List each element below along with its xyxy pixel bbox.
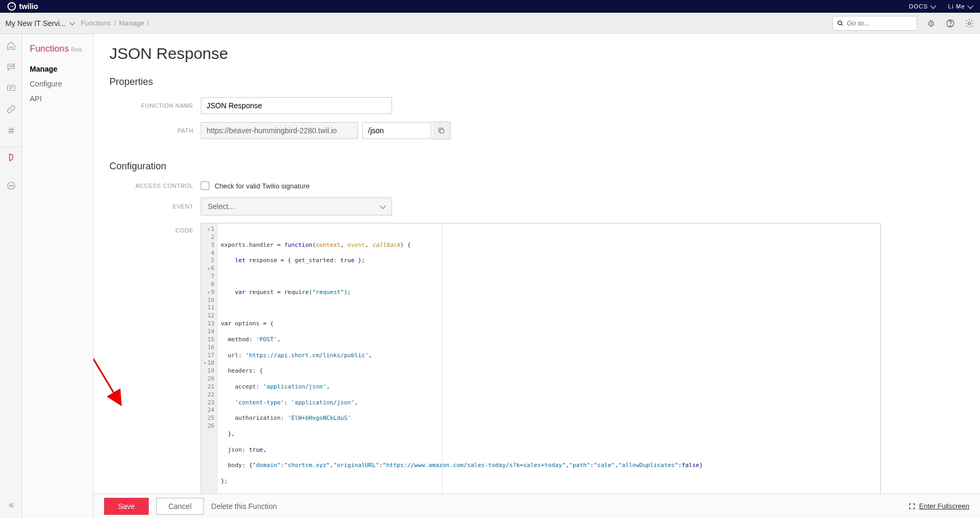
svg-line-8 [930, 20, 931, 21]
chevron-down-icon [930, 3, 936, 8]
code-editor[interactable]: ▾12345▾678▾91011121314151617▾18192021222… [201, 223, 881, 518]
settings-icon[interactable] [964, 18, 975, 29]
copy-button[interactable] [432, 122, 450, 140]
top-bar: twilio DOCS Li Me [0, 0, 980, 13]
sidebar-manage[interactable]: Manage [30, 65, 93, 73]
save-button[interactable]: Save [104, 498, 149, 515]
svg-line-1 [841, 24, 843, 25]
svg-point-11 [950, 25, 950, 25]
project-name: My New IT Servi... [5, 19, 66, 28]
svg-point-24 [9, 185, 10, 186]
event-label: EVENT [109, 203, 201, 210]
user-label: Li Me [948, 3, 965, 10]
footer-bar: Save Cancel Delete this Function Enter F… [93, 494, 980, 518]
svg-point-13 [10, 66, 11, 67]
svg-line-9 [932, 20, 933, 21]
search-icon [837, 20, 843, 27]
sidebar-title: Functions Beta [30, 44, 93, 54]
hash-icon[interactable] [6, 125, 16, 136]
search-input[interactable] [847, 19, 913, 27]
svg-point-12 [968, 22, 971, 24]
code-body[interactable]: exports.handler = function(context, even… [218, 223, 880, 518]
chat-icon[interactable] [6, 83, 16, 93]
access-control-label: ACCESS CONTROL [109, 183, 201, 189]
collapse-icon[interactable] [6, 500, 16, 511]
icon-rail [0, 34, 22, 518]
sidebar: Functions Beta Manage Configure API [22, 34, 93, 518]
chevron-down-icon [69, 19, 75, 25]
page-title: JSON Response [109, 45, 964, 63]
event-select[interactable]: Select... [201, 197, 392, 215]
fullscreen-icon [908, 503, 916, 510]
svg-line-5 [933, 22, 934, 23]
user-menu[interactable]: Li Me [948, 3, 973, 10]
svg-point-0 [838, 21, 842, 24]
more-icon[interactable] [6, 180, 16, 191]
nav-bar: My New IT Servi... Functions / Manage / [0, 13, 980, 34]
svg-point-25 [11, 185, 12, 186]
svg-rect-16 [7, 85, 15, 91]
breadcrumb: Functions / Manage / [81, 19, 149, 27]
properties-heading: Properties [109, 76, 964, 88]
line-gutter: ▾12345▾678▾91011121314151617▾18192021222… [201, 223, 218, 518]
help-icon[interactable] [945, 18, 956, 29]
svg-line-6 [928, 24, 929, 25]
access-checkbox-label: Check for valid Twilio signature [215, 182, 310, 190]
docs-menu[interactable]: DOCS [909, 3, 935, 10]
event-placeholder: Select... [208, 202, 235, 211]
search-box[interactable] [832, 16, 917, 31]
function-name-input[interactable] [201, 97, 392, 114]
path-base-input [201, 122, 358, 139]
copy-icon [438, 127, 445, 134]
svg-point-15 [13, 66, 14, 67]
svg-point-14 [11, 66, 12, 67]
svg-line-4 [928, 22, 929, 23]
svg-line-22 [12, 127, 13, 134]
path-label: PATH [109, 127, 201, 134]
svg-rect-27 [440, 130, 444, 133]
beta-badge: Beta [71, 47, 82, 53]
project-dropdown[interactable]: My New IT Servi... [5, 19, 74, 28]
svg-line-7 [933, 24, 934, 25]
path-input[interactable] [362, 122, 431, 139]
sidebar-api[interactable]: API [30, 94, 93, 103]
docs-label: DOCS [909, 3, 928, 10]
home-icon[interactable] [6, 40, 16, 51]
logo-icon [7, 2, 16, 11]
delete-function-link[interactable]: Delete this Function [211, 502, 277, 511]
main-panel: JSON Response Properties FUNCTION NAME P… [93, 34, 980, 518]
code-label: CODE [109, 223, 201, 234]
svg-point-26 [12, 185, 13, 186]
messaging-icon[interactable] [6, 62, 16, 72]
chevron-down-icon [967, 3, 973, 8]
link-icon[interactable] [6, 104, 16, 115]
debug-icon[interactable] [926, 18, 936, 29]
brand-logo[interactable]: twilio [7, 2, 38, 11]
breadcrumb-item[interactable]: Manage [119, 19, 144, 27]
cancel-button[interactable]: Cancel [156, 498, 204, 515]
sidebar-configure[interactable]: Configure [30, 80, 93, 88]
enter-fullscreen-link[interactable]: Enter Fullscreen [908, 502, 969, 510]
svg-line-21 [10, 127, 11, 134]
breadcrumb-item[interactable]: Functions [81, 19, 110, 27]
access-checkbox[interactable] [201, 182, 209, 190]
configuration-heading: Configuration [109, 161, 964, 172]
function-name-label: FUNCTION NAME [109, 102, 201, 109]
chevron-down-icon [380, 203, 386, 209]
functions-icon[interactable] [0, 146, 22, 157]
brand-text: twilio [19, 2, 38, 11]
top-right-nav: DOCS Li Me [909, 3, 973, 10]
